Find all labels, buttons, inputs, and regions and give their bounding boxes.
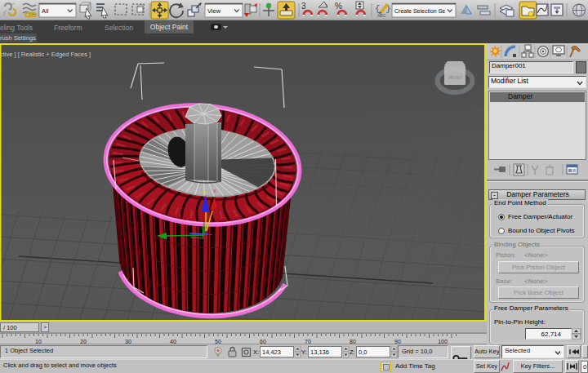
svg-text:10: 10 [35,339,42,344]
svg-text:100: 100 [438,339,448,344]
svg-text:40: 40 [170,339,176,344]
svg-text:%: % [335,2,342,11]
svg-text:Create Selection Se: Create Selection Se [394,8,445,14]
svg-text:All: All [42,7,49,15]
svg-text:3: 3 [301,2,306,11]
svg-text:20: 20 [80,339,87,344]
svg-text:80: 80 [350,339,356,344]
svg-text:ABC: ABC [377,13,386,18]
svg-text:50: 50 [215,339,221,344]
svg-text:FRONT: FRONT [448,75,462,80]
svg-text:30: 30 [125,339,131,344]
svg-text:60: 60 [260,339,266,344]
svg-text:ctive ] [ Realistic + Edged Fa: ctive ] [ Realistic + Edged Faces ] [0,51,91,58]
svg-text:x: x [213,187,216,194]
svg-text:70: 70 [305,339,311,344]
svg-text:View: View [207,7,221,15]
svg-text:90: 90 [394,339,401,344]
svg-text:z: z [203,189,206,196]
